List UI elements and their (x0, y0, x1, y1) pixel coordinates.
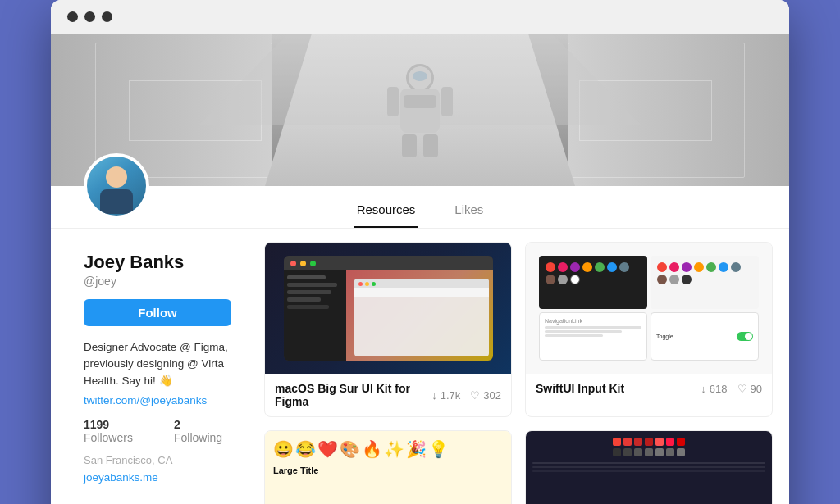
main-content: Joey Banks @joey Follow Designer Advocat… (51, 229, 789, 504)
like-count-macos: 302 (483, 389, 501, 402)
follow-button[interactable]: Follow (84, 299, 231, 326)
activity-section: 📢 Joey Banks is in the Community files p… (84, 497, 231, 504)
following-label: Following (174, 431, 222, 444)
following-stat: 2 Following (174, 418, 231, 444)
card-thumbnail-emoji: 😀 😂 ❤️ 🎨 🔥 ✨ 🎉 💡 Large Title (265, 431, 511, 504)
browser-dot-3 (102, 11, 112, 22)
macos-window-preview (284, 256, 493, 361)
resources-grid-area: macOS Big Sur UI Kit for Figma ↓ 1.7k ♡ … (264, 229, 789, 504)
profile-bio: Designer Advocate @ Figma, previously de… (84, 339, 231, 389)
profile-sidebar: Joey Banks @joey Follow Designer Advocat… (51, 229, 264, 504)
card-stats-macos: ↓ 1.7k ♡ 302 (431, 389, 501, 402)
download-count-swiftui: 618 (710, 383, 728, 395)
browser-window: Resources Likes Joey Banks @joey Follow … (51, 0, 789, 504)
following-count: 2 (174, 418, 180, 431)
avatar (84, 153, 149, 219)
heart-icon-macos: ♡ (470, 389, 480, 402)
stats-row: 1199 Followers 2 Following (84, 418, 231, 444)
followers-label: Followers (84, 431, 133, 444)
nav-tabs: Resources Likes (51, 186, 789, 229)
card-stats-swiftui: ↓ 618 ♡ 90 (701, 383, 762, 395)
like-stat-macos: ♡ 302 (470, 389, 501, 402)
resource-card-emoji[interactable]: 😀 😂 ❤️ 🎨 🔥 ✨ 🎉 💡 Large Title (264, 430, 512, 504)
cover-photo (51, 34, 789, 186)
astronaut-figure (400, 64, 440, 157)
download-icon-2: ↓ (701, 383, 706, 395)
followers-count: 1199 (84, 418, 109, 431)
download-icon: ↓ (431, 389, 437, 402)
card-title-swiftui: SwiftUI Input Kit (536, 382, 624, 395)
astronaut-arm-left (387, 87, 399, 116)
download-stat-macos: ↓ 1.7k (431, 389, 460, 402)
profile-location: San Francisco, CA (84, 454, 231, 466)
swiftui-grid-preview: NavigationLink Toggle (532, 249, 765, 367)
profile-handle: @joey (84, 275, 231, 288)
mac-dot-green (310, 261, 316, 266)
macos-main-content (346, 270, 493, 361)
download-count-macos: 1.7k (441, 389, 461, 402)
resource-card-swiftui[interactable]: NavigationLink Toggle (525, 242, 773, 417)
browser-dot-2 (84, 11, 95, 22)
tab-likes[interactable]: Likes (451, 193, 486, 228)
card-thumbnail-macos (265, 243, 511, 374)
followers-stat: 1199 Followers (84, 418, 161, 444)
macos-sidebar (284, 270, 347, 361)
tab-resources[interactable]: Resources (354, 193, 419, 228)
browser-bar (51, 0, 789, 34)
resources-grid: macOS Big Sur UI Kit for Figma ↓ 1.7k ♡ … (264, 242, 773, 504)
like-stat-swiftui: ♡ 90 (737, 383, 762, 395)
astronaut-torso (400, 89, 440, 133)
profile-name: Joey Banks (84, 252, 231, 273)
astronaut-legs (402, 134, 438, 157)
card-thumbnail-swiftui: NavigationLink Toggle (526, 243, 772, 374)
resource-card-macos[interactable]: macOS Big Sur UI Kit for Figma ↓ 1.7k ♡ … (264, 242, 512, 417)
astronaut-helmet (406, 64, 434, 92)
twitter-link[interactable]: twitter.com/@joeyabanks (84, 394, 231, 406)
mac-dot-red (290, 261, 296, 266)
avatar-image (87, 157, 146, 216)
website-link[interactable]: joeyabanks.me (84, 471, 231, 484)
astronaut-arm-right (441, 87, 453, 116)
card-info-swiftui: SwiftUI Input Kit ↓ 618 ♡ 90 (526, 374, 772, 403)
resource-card-dark[interactable] (525, 430, 773, 504)
download-stat-swiftui: ↓ 618 (701, 383, 727, 395)
mac-dot-yellow (300, 261, 306, 266)
heart-icon-swiftui: ♡ (737, 383, 747, 395)
card-thumbnail-dark (526, 431, 772, 504)
browser-dot-1 (67, 11, 78, 22)
card-info-macos: macOS Big Sur UI Kit for Figma ↓ 1.7k ♡ … (265, 374, 511, 416)
card-title-macos: macOS Big Sur UI Kit for Figma (275, 382, 431, 408)
like-count-swiftui: 90 (751, 383, 762, 395)
